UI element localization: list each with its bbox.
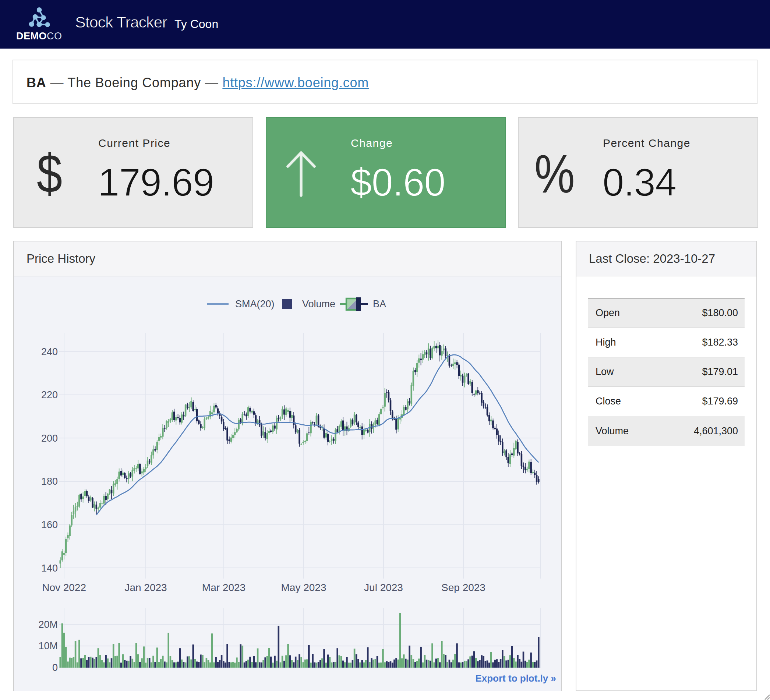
svg-text:May 2023: May 2023	[281, 582, 327, 593]
svg-text:180: 180	[41, 476, 58, 487]
svg-text:0: 0	[52, 662, 58, 673]
svg-text:160: 160	[41, 519, 58, 530]
svg-text:Jul 2023: Jul 2023	[364, 582, 403, 593]
svg-text:Sep 2023: Sep 2023	[441, 582, 485, 593]
svg-text:BA: BA	[373, 299, 386, 309]
svg-text:240: 240	[41, 346, 58, 357]
svg-text:220: 220	[41, 390, 58, 401]
svg-text:20M: 20M	[38, 619, 58, 630]
svg-text:140: 140	[41, 563, 58, 574]
svg-text:Mar 2023: Mar 2023	[202, 582, 246, 593]
svg-text:Volume: Volume	[302, 299, 335, 309]
svg-text:200: 200	[41, 433, 58, 444]
svg-text:Nov 2022: Nov 2022	[42, 582, 86, 593]
svg-text:SMA(20): SMA(20)	[235, 299, 275, 309]
svg-text:10M: 10M	[38, 640, 58, 652]
svg-text:Jan 2023: Jan 2023	[125, 582, 167, 593]
